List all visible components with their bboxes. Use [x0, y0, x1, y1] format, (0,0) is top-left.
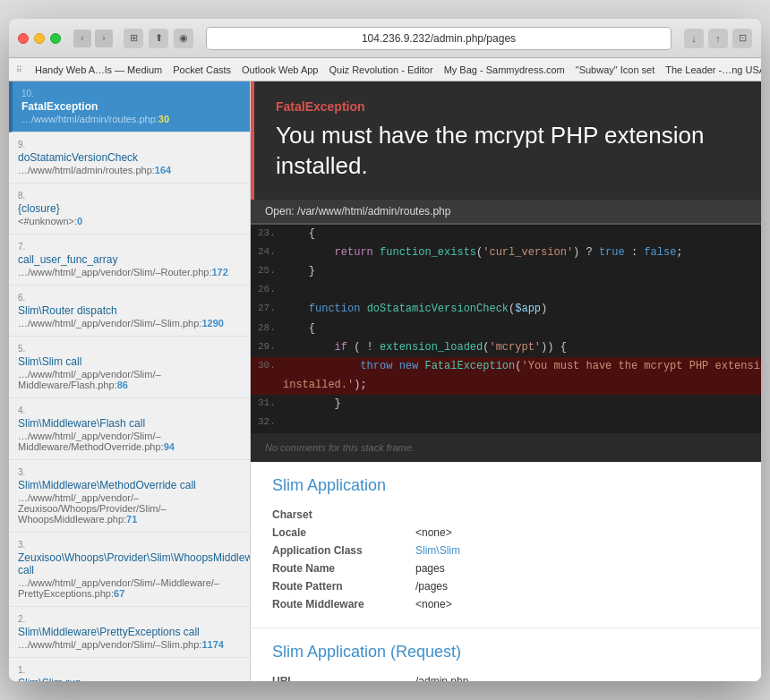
maximize-button[interactable]: [50, 33, 61, 44]
line-num-23: 23.: [251, 226, 283, 242]
code-line-27: 27. function doStatamicVersionCheck($app…: [251, 300, 761, 319]
bookmarks-icon: ⠿: [16, 65, 22, 74]
stack-item-4[interactable]: 6. Slim\Router dispatch …/www/html/_app/…: [9, 286, 250, 337]
line-code-24: return function_exists('curl_version') ?…: [283, 244, 761, 261]
bookmark-5[interactable]: My Bag - Sammydress.com: [444, 64, 565, 75]
close-button[interactable]: [18, 33, 29, 44]
stack-func-1: doStatamicVersionCheck: [18, 151, 241, 164]
minimize-button[interactable]: [34, 33, 45, 44]
new-tab-button[interactable]: ⊡: [732, 29, 752, 48]
back-button[interactable]: ‹: [73, 30, 91, 47]
stack-num-1: 9.: [18, 140, 241, 149]
code-line-25: 25. }: [251, 262, 761, 281]
layers-button[interactable]: ◉: [174, 29, 193, 48]
code-line-32: 32.: [251, 414, 761, 432]
code-line-23: 23. {: [251, 225, 761, 243]
stack-item-3[interactable]: 7. call_user_func_array …/www/html/_app/…: [9, 235, 250, 286]
stack-func-0: FatalException: [21, 100, 241, 113]
slim-label-1: Locale: [272, 524, 415, 542]
stack-item-1[interactable]: 9. doStatamicVersionCheck …/www/html/adm…: [9, 132, 250, 184]
error-type: FatalException: [276, 99, 740, 114]
line-code-23: {: [283, 226, 761, 243]
bookmark-2[interactable]: Pocket Casts: [173, 64, 231, 75]
line-num-25: 25.: [251, 263, 283, 279]
stack-num-10: 1.: [18, 665, 241, 675]
nav-buttons: ‹ ›: [73, 30, 113, 47]
slim-label-5: Route Middleware: [272, 595, 415, 613]
line-code-30b: installed.');: [283, 377, 761, 394]
slim-row-3: Route Name pages: [272, 559, 740, 577]
upload-button[interactable]: ↑: [708, 29, 728, 48]
forward-button[interactable]: ›: [95, 30, 113, 47]
line-code-27: function doStatamicVersionCheck($app): [283, 301, 761, 318]
code-line-29: 29. if ( ! extension_loaded('mcrypt')) {: [251, 338, 761, 357]
download-button[interactable]: ↓: [684, 29, 704, 48]
stack-num-7: 3.: [18, 467, 241, 477]
slim-value-3: pages: [415, 559, 740, 577]
stack-file-9: …/www/html/_app/vendor/Slim/–Slim.php:11…: [18, 639, 241, 650]
slim-request-table: URI /admin.php Request URI /pages Path /…: [272, 672, 740, 681]
line-code-31: }: [283, 396, 761, 413]
main-panel: FatalException You must have the mcrypt …: [251, 81, 761, 681]
stack-file-0: …/www/html/admin/routes.php:30: [21, 114, 241, 124]
bookmark-6[interactable]: "Subway" Icon set: [576, 64, 655, 75]
stack-num-9: 2.: [18, 614, 241, 624]
slim-app-section: Slim Application Charset Locale <none> A…: [251, 462, 761, 628]
stack-item-9[interactable]: 2. Slim\Middleware\PrettyExceptions call…: [9, 607, 250, 658]
stack-func-5: Slim\Slim call: [18, 355, 241, 368]
stack-num-0: 10.: [21, 89, 241, 98]
stack-num-3: 7.: [18, 242, 241, 252]
share-button[interactable]: ⬆: [149, 29, 168, 48]
window-controls: ⊞ ⬆ ◉: [124, 29, 193, 48]
slim-row-0: Charset: [272, 506, 740, 524]
file-path: /var/www/html/admin/routes.php: [297, 205, 450, 218]
code-line-26: 26.: [251, 281, 761, 300]
line-code-30: throw new FatalException('You must have …: [283, 358, 761, 375]
no-comments-text: No comments for this stack frame.: [265, 442, 415, 453]
line-num-28: 28.: [251, 320, 283, 337]
stack-item-8[interactable]: 3. Zeuxisoo\Whoops\Provider\Slim\WhoopsM…: [9, 533, 250, 607]
line-code-29: if ( ! extension_loaded('mcrypt')) {: [283, 339, 761, 356]
slim-value-1: <none>: [415, 524, 740, 542]
bookmark-7[interactable]: The Leader -…ng USA News: [665, 64, 761, 75]
stack-file-3: …/www/html/_app/vendor/Slim/–Router.php:…: [18, 267, 241, 277]
slim-label-2: Application Class: [272, 542, 415, 559]
stack-item-5[interactable]: 5. Slim\Slim call …/www/html/_app/vendor…: [9, 337, 250, 398]
stack-func-9: Slim\Middleware\PrettyExceptions call: [18, 626, 241, 638]
sidebar-toggle[interactable]: ⊞: [124, 29, 143, 48]
bookmark-1[interactable]: Handy Web A…ls — Medium: [35, 64, 162, 75]
stack-item-2[interactable]: 8. {closure} <#unknown>:0: [9, 184, 250, 235]
error-header: FatalException You must have the mcrypt …: [251, 81, 761, 200]
stack-item-6[interactable]: 4. Slim\Middleware\Flash call …/www/html…: [9, 398, 250, 460]
slim-request-section: Slim Application (Request) URI /admin.ph…: [251, 628, 761, 681]
bookmark-3[interactable]: Outlook Web App: [242, 64, 318, 75]
stack-item-0[interactable]: 10. FatalException …/www/html/admin/rout…: [9, 81, 250, 132]
stack-file-2: <#unknown>:0: [18, 216, 241, 226]
line-num-24: 24.: [251, 244, 283, 260]
slim-request-title: Slim Application (Request): [272, 643, 740, 662]
traffic-lights: [18, 33, 61, 44]
stack-func-6: Slim\Middleware\Flash call: [18, 417, 241, 430]
code-viewer: 23. { 24. return function_exists('curl_v…: [251, 225, 761, 433]
stack-num-4: 6.: [18, 293, 241, 303]
slim-value-5: <none>: [415, 595, 740, 613]
req-value-0: /admin.php: [415, 672, 740, 681]
toolbar-right: ↓ ↑ ⊡: [684, 29, 752, 48]
stack-item-10[interactable]: 1. Slim\Slim run …/www/html/admin.php:92: [9, 658, 250, 681]
stack-func-7: Slim\Middleware\MethodOverride call: [18, 479, 241, 491]
slim-row-1: Locale <none>: [272, 524, 740, 542]
address-bar[interactable]: 104.236.9.232/admin.php/pages: [206, 27, 672, 50]
stack-num-5: 5.: [18, 344, 241, 354]
error-message: You must have the mcrypt PHP extension i…: [276, 121, 740, 182]
bookmark-4[interactable]: Quiz Revolution - Editor: [329, 64, 432, 75]
stack-num-2: 8.: [18, 191, 241, 201]
slim-app-title: Slim Application: [272, 476, 740, 495]
titlebar: ‹ › ⊞ ⬆ ◉ 104.236.9.232/admin.php/pages …: [9, 19, 761, 58]
code-line-30b: installed.');: [251, 376, 761, 395]
code-line-31: 31. }: [251, 395, 761, 414]
stack-func-2: {closure}: [18, 202, 241, 215]
req-label-0: URI: [272, 672, 415, 681]
stack-item-7[interactable]: 3. Slim\Middleware\MethodOverride call ……: [9, 460, 250, 533]
slim-label-4: Route Pattern: [272, 577, 415, 595]
slim-app-table: Charset Locale <none> Application Class …: [272, 506, 740, 613]
